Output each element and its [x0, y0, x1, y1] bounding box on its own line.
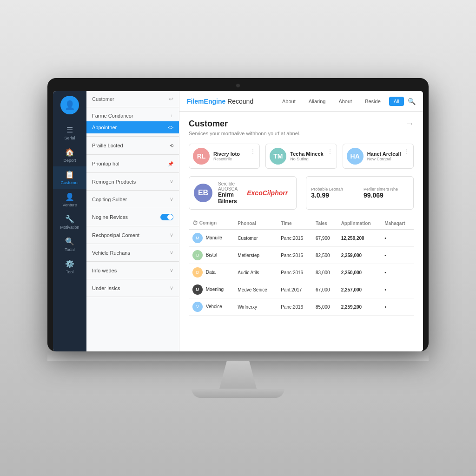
nav-beside[interactable]: Beside [360, 97, 385, 106]
panel-item-nogine[interactable]: Nogine Revices [86, 211, 179, 223]
add-icon: + [171, 113, 173, 119]
sidebar: 👤 ☰ Serial 🏠 Deport 📋 Customer 👤 [53, 91, 86, 351]
panel-item-rechposipal[interactable]: Rechposipal Coment ∨ [86, 229, 179, 241]
sidebar-item-serial[interactable]: ☰ Serial [53, 122, 86, 144]
gear-icon: ⚙️ [65, 259, 74, 268]
left-panel-title: Customer [92, 96, 114, 102]
panel-section-info: Info wedes ∨ [86, 262, 179, 279]
person-card-2: HA Hanet Arelcall New Corgoal ⋮ [343, 144, 414, 169]
person-name-1: Techa Mineck [290, 151, 332, 157]
person-cards-row: RL Rivery loto Resettirile ⋮ TM T [189, 144, 414, 169]
stats-values-section: Probable Leonah 3.0.99 Perlier simers Nh… [306, 176, 414, 210]
person-card-1: TM Techa Mineck No Suting ⋮ [265, 144, 337, 169]
col-header-app: Applinmation [337, 217, 381, 230]
panel-section-phontop: Phontop hal 📌 [86, 155, 179, 173]
person-role-2: New Corgoal [367, 157, 410, 161]
person-name-2: Hanet Arelcall [367, 151, 410, 157]
chevron-down-icon-5: ∨ [170, 267, 173, 273]
stats-person-section: EB Sercible AUOSCA Enlrm Bilners ExcoCil… [189, 176, 297, 210]
table-row: M Moening Medve Senice Panl:2017 67,000 … [189, 281, 414, 298]
nav-about-1[interactable]: About [278, 97, 300, 106]
col-header-time: Time [277, 217, 312, 230]
sidebar-item-deport[interactable]: 🏠 Deport [53, 144, 86, 166]
table-row: D Data Audic Atils Panc:2016 83,000 2,25… [189, 264, 414, 281]
panel-item-copiting[interactable]: Copiting Sulber ∨ [86, 193, 179, 205]
panel-section-farme: Farme Condancor + Appointner <> [86, 107, 179, 137]
navigate-forward-button[interactable]: → [405, 119, 414, 129]
panel-item-vehicle[interactable]: Vehicle Ruchans ∨ [86, 247, 179, 258]
customer-icon: 📋 [65, 170, 74, 179]
chevron-down-icon-2: ∨ [170, 196, 173, 202]
stat-label-0: Probable Leonah [311, 187, 356, 192]
stats-company: Sercible AUOSCA [218, 181, 238, 192]
sidebar-item-motivation[interactable]: 🔧 Motivation [53, 211, 86, 233]
stat-value-0: 3.0.99 [311, 192, 356, 199]
card-menu-2[interactable]: ⋮ [404, 148, 410, 154]
panel-section-copiting: Copiting Sulber ∨ [86, 191, 179, 208]
panel-item-remogen[interactable]: Remogen Products ∨ [86, 176, 179, 187]
nav-all[interactable]: All [389, 97, 404, 106]
table-row: B Bistal Metlerstep Panc:2016 82,500 2,2… [189, 247, 414, 264]
col-header-tales: Tales [312, 217, 337, 230]
code-icon: <> [168, 125, 173, 130]
person-name-0: Rivery loto [213, 151, 256, 157]
left-panel-header: Customer ↩ [86, 91, 179, 107]
person-role-1: No Suting [290, 157, 332, 161]
topbar-nav: About Aliaring About Beside All [278, 97, 404, 106]
table-row: V Vehcice Wirlnerxy Panc:2016 85,000 2,2… [189, 298, 414, 316]
nav-about-2[interactable]: About [334, 97, 357, 106]
sidebar-item-todal[interactable]: 🔍 Todal [53, 233, 86, 256]
topbar: FilemEngine Recound About Aliaring About… [179, 91, 423, 112]
sidebar-logo: 👤 [60, 96, 79, 114]
brand-name: FilemEngine Recound [187, 98, 253, 105]
card-menu-1[interactable]: ⋮ [327, 148, 333, 154]
table-row: M Manuile Customer Panc:2016 67,900 12,2… [189, 230, 414, 247]
col-header-comign: ⏱ Comign [189, 217, 234, 230]
search-button[interactable]: 🔍 [408, 98, 416, 105]
page-subtitle: Services your mortnalive withhonn yourf … [189, 131, 300, 136]
stats-row: EB Sercible AUOSCA Enlrm Bilners ExcoCil… [189, 176, 414, 210]
panel-item-phontop[interactable]: Phontop hal 📌 [86, 158, 179, 170]
left-panel-header-icon: ↩ [169, 96, 173, 102]
chevron-down-icon: ∨ [170, 178, 173, 185]
serial-icon: ☰ [66, 126, 73, 134]
stat-label-1: Perlier simers Nhe [364, 187, 409, 192]
home-icon: 🏠 [65, 148, 74, 157]
panel-section-remogen: Remogen Products ∨ [86, 173, 179, 191]
panel-section-farme-header[interactable]: Farme Condancor + [86, 110, 179, 121]
sidebar-item-venture[interactable]: 👤 Venture [53, 189, 86, 211]
col-header-phonoal: Phonoal [234, 217, 277, 230]
main-content: FilemEngine Recound About Aliaring About… [179, 91, 423, 351]
brand-logo-text: ExcoCilphorr [243, 189, 291, 197]
content-header: Customer Services your mortnalive withho… [189, 119, 414, 136]
panel-section-praille: Praille Locted ⟲ [86, 137, 179, 155]
nav-aliaring[interactable]: Aliaring [304, 97, 331, 106]
venture-icon: 👤 [65, 192, 74, 201]
person-card-0: RL Rivery loto Resettirile ⋮ [189, 144, 260, 169]
sidebar-item-customer[interactable]: 📋 Customer [53, 166, 86, 189]
sidebar-item-tool[interactable]: ⚙️ Tool [53, 256, 86, 278]
panel-section-vehicle: Vehicle Ruchans ∨ [86, 244, 179, 262]
clock-icon: ⏱ [192, 220, 198, 226]
card-menu-0[interactable]: ⋮ [250, 148, 256, 154]
col-header-mah: Mahaqart [381, 217, 414, 230]
panel-item-info[interactable]: Info wedes ∨ [86, 264, 179, 276]
page-title: Customer [189, 119, 300, 129]
stats-avatar: EB [194, 184, 212, 202]
panel-section-under: Under Issics ∨ [86, 279, 179, 297]
data-table: ⏱ Comign Phonoal Time Tales Applinmation… [189, 217, 414, 316]
panel-item-appointner[interactable]: Appointner <> [86, 121, 179, 133]
panel-item-under[interactable]: Under Issics ∨ [86, 282, 179, 294]
motivation-icon: 🔧 [65, 215, 74, 224]
panel-item-praille[interactable]: Praille Locted ⟲ [86, 139, 179, 152]
search-icon: 🔍 [65, 237, 74, 246]
refresh-icon: ⟲ [170, 143, 173, 148]
panel-section-nogine: Nogine Revices [86, 208, 179, 226]
person-role-0: Resettirile [213, 157, 256, 161]
avatar-1: TM [270, 148, 286, 165]
chevron-down-icon-4: ∨ [170, 250, 173, 256]
avatar-0: RL [193, 148, 210, 165]
nogine-toggle[interactable] [160, 214, 173, 220]
avatar-2: HA [347, 148, 364, 165]
stats-person-name: Enlrm Bilners [218, 192, 238, 205]
